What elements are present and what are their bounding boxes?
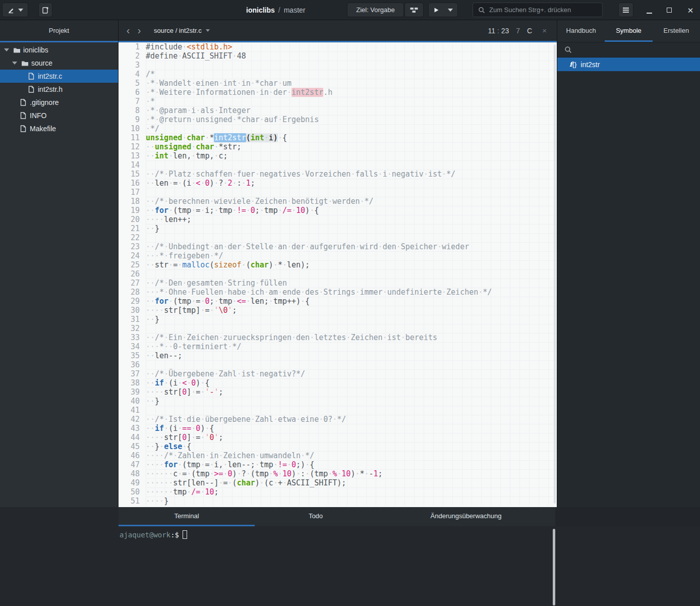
tree-item-source[interactable]: source <box>0 57 118 70</box>
code-line[interactable]: 28···*·Ohne·Fuellen·habe·ich·am·ende·des… <box>119 288 557 297</box>
code-line[interactable]: 10·*/ <box>119 124 557 133</box>
whitespace-dots: · <box>246 297 251 306</box>
code-line[interactable]: 31··} <box>119 315 557 324</box>
tree-item-ioniclibs[interactable]: ioniclibs <box>0 43 118 57</box>
code-line[interactable]: 12··unsigned·char·*str; <box>119 142 557 151</box>
code-line[interactable]: 44····str[0]·=·'0'; <box>119 433 557 442</box>
editor-scrollbar[interactable] <box>554 44 556 504</box>
whitespace-dots: · <box>383 333 387 342</box>
code-line[interactable]: 37··/*·Übergebene·Zahl·ist·negativ?*/ <box>119 369 557 378</box>
code-line[interactable]: 4/* <box>119 70 557 79</box>
expander-icon[interactable] <box>3 48 10 51</box>
code-line[interactable]: 16··len·=·(i·<·0)·?·2·:·1; <box>119 179 557 188</box>
new-document-button[interactable] <box>38 3 52 17</box>
terminal-cursor <box>183 530 187 539</box>
close-document-icon[interactable]: × <box>539 26 550 35</box>
code-line[interactable]: 23··/*·Unbedingt·an·der·Stelle·an·der·au… <box>119 242 557 251</box>
tab-terminal[interactable]: Terminal <box>119 507 255 526</box>
tab-erstellen[interactable]: Erstellen <box>653 20 700 42</box>
code-line[interactable]: 36 <box>119 360 557 369</box>
code-line[interactable]: 3 <box>119 61 557 70</box>
code-line[interactable]: 50······tmp·/=·10; <box>119 487 557 497</box>
code-line[interactable]: 48······c·=·(tmp·>=·0)·?·(tmp·%·10)·:·(t… <box>119 469 557 478</box>
code-line[interactable]: 40··} <box>119 397 557 406</box>
document-breadcrumb[interactable]: source / int2str.c <box>154 27 210 34</box>
code-line[interactable]: 20····len++; <box>119 215 557 224</box>
symbol-search-row[interactable] <box>557 42 700 58</box>
run-options-button[interactable] <box>443 3 458 17</box>
code-segment: % <box>332 469 337 478</box>
tree-item-info[interactable]: INFO <box>0 109 118 122</box>
code-line[interactable]: 51····} <box>119 497 557 506</box>
app-menu-button[interactable] <box>618 3 633 17</box>
code-text: ···*··0-terminiert·*/ <box>146 342 242 351</box>
code-line[interactable]: 33··/*·Ein·Zeichen·zurueckspringen·den·l… <box>119 333 557 342</box>
code-line[interactable]: 29··for·(tmp·=·0;·tmp·<=·len;·tmp++)·{ <box>119 297 557 306</box>
code-line[interactable]: 38··if·(i·<·0)·{ <box>119 378 557 388</box>
code-segment: ; <box>378 469 383 478</box>
code-line[interactable]: 27··/*·Den·gesamten·String·füllen <box>119 279 557 288</box>
code-line[interactable]: 25··str·=·malloc(sizeof·(char)·*·len); <box>119 260 557 269</box>
code-line[interactable]: 17 <box>119 188 557 197</box>
code-line[interactable]: 18··/*·berechnen·wieviele·Zeichen·benöti… <box>119 197 557 206</box>
build-target-button[interactable]: Ziel: Vorgabe <box>347 3 404 17</box>
minimize-button[interactable] <box>640 0 658 20</box>
code-line[interactable]: 46····/*·Zahlen·in·Zeichen·umwandeln·*/ <box>119 451 557 460</box>
tree-item-int2str-h[interactable]: int2str.h <box>0 83 118 96</box>
whitespace-dots: · <box>273 415 278 424</box>
build-configuration-button[interactable] <box>404 3 424 17</box>
source-editor[interactable]: 1#include·<stdlib.h>2#define·ASCII_SHIFT… <box>119 42 557 507</box>
global-search-input[interactable]: Zum Suchen Strg+. drücken <box>473 3 603 17</box>
code-line[interactable]: 21··} <box>119 224 557 233</box>
maximize-button[interactable] <box>661 0 678 20</box>
code-line[interactable]: 30····str[tmp]·=·'\0'; <box>119 306 557 315</box>
symbol-item-int2str[interactable]: f{}int2str <box>557 58 700 71</box>
code-line[interactable]: 13··int·len,·tmp,·c; <box>119 151 557 160</box>
tree-item-int2str-c[interactable]: int2str.c <box>0 70 118 83</box>
code-line[interactable]: 11unsigned·char·*int2str(int·i)·{ <box>119 133 557 142</box>
tab--nderungs-berwachung[interactable]: Änderungsüberwachung <box>377 507 555 526</box>
tab-todo[interactable]: Todo <box>255 507 377 526</box>
expander-icon[interactable] <box>11 62 18 65</box>
code-line[interactable]: 6·*·Weitere·Informationen·in·der·int2str… <box>119 88 557 97</box>
code-line[interactable]: 19··for·(tmp·=·i;·tmp·!=·0;·tmp·/=·10)·{ <box>119 206 557 215</box>
code-line[interactable]: 15··/*·Platz·schaffen·fuer·negatives·Vor… <box>119 170 557 179</box>
tab-symbole[interactable]: Symbole <box>605 20 652 42</box>
back-arrow-icon[interactable]: ‹ <box>123 25 134 36</box>
code-line[interactable]: 22 <box>119 233 557 242</box>
tree-item-makefile[interactable]: Makefile <box>0 122 118 135</box>
run-button[interactable] <box>428 3 444 17</box>
edit-mode-button[interactable] <box>2 3 28 17</box>
code-line[interactable]: 7·* <box>119 97 557 106</box>
tab-handbuch[interactable]: Handbuch <box>557 20 605 42</box>
code-line[interactable]: 43··if·(i·==·0)·{ <box>119 424 557 433</box>
terminal-scrollbar[interactable] <box>553 529 555 605</box>
forward-arrow-icon[interactable]: › <box>134 25 145 36</box>
code-line[interactable]: 35··len--; <box>119 351 557 360</box>
language-indicator[interactable]: C <box>527 27 532 35</box>
line-number: 44 <box>119 433 146 442</box>
code-line[interactable]: 5·*·Wandelt·einen·int·in·*char·um <box>119 79 557 88</box>
code-line[interactable]: 32 <box>119 324 557 333</box>
code-line[interactable]: 42··/*·Ist·die·übergebene·Zahl·etwa·eine… <box>119 415 557 424</box>
code-line[interactable]: 41 <box>119 406 557 415</box>
code-line[interactable]: 24···*·freigeben·*/ <box>119 251 557 260</box>
code-line[interactable]: 1#include·<stdlib.h> <box>119 42 557 51</box>
code-segment: ·· <box>146 297 155 306</box>
close-window-button[interactable]: ✕ <box>682 0 699 20</box>
code-line[interactable]: 2#define·ASCII_SHIFT·48 <box>119 51 557 61</box>
code-line[interactable]: 14 <box>119 160 557 170</box>
code-line[interactable]: 9·*·@return·unsigned·*char·auf·Ergebnis <box>119 115 557 124</box>
tree-item--gitignore[interactable]: .gitignore <box>0 96 118 109</box>
whitespace-dots: · <box>246 206 251 215</box>
code-line[interactable]: 39····str[0]·=·'-'; <box>119 388 557 397</box>
code-text: ··/*·Unbedingt·an·der·Stelle·an·der·aufg… <box>146 242 469 251</box>
whitespace-dots: · <box>178 378 182 388</box>
code-line[interactable]: 49······str[len--]·=·(char)·(c·+·ASCII_S… <box>119 478 557 487</box>
code-line[interactable]: 47····for·(tmp·=·i,·len--;·tmp·!=·0;)·{ <box>119 460 557 469</box>
code-line[interactable]: 26 <box>119 269 557 279</box>
terminal-view[interactable]: ajaquet@work:$ <box>119 526 555 606</box>
code-line[interactable]: 45··}·else·{ <box>119 442 557 451</box>
code-line[interactable]: 8·*·@param·i·als·Integer <box>119 106 557 115</box>
code-line[interactable]: 34···*··0-terminiert·*/ <box>119 342 557 351</box>
